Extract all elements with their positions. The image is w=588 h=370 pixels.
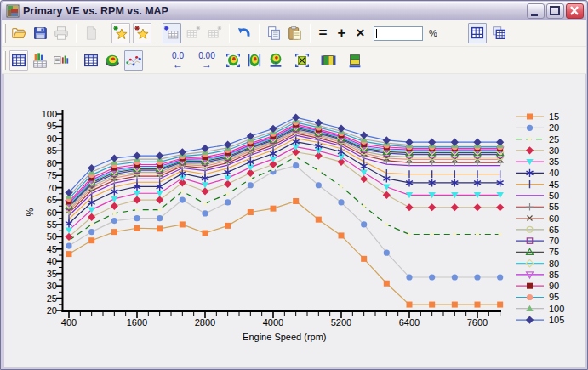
- legend-item-70: 70: [516, 236, 559, 246]
- save-button[interactable]: [31, 23, 49, 43]
- table-view-button[interactable]: [9, 50, 28, 71]
- new-page-button[interactable]: [82, 23, 100, 43]
- legend-item-100: 100: [516, 304, 564, 314]
- legend-item-20: 20: [516, 122, 559, 133]
- svg-text:90: 90: [549, 281, 559, 291]
- title-bar[interactable]: Primary VE vs. RPM vs. MAP: [2, 2, 586, 20]
- value-input[interactable]: [374, 26, 423, 41]
- blue-table-icon: [83, 51, 100, 70]
- ve-chart[interactable]: 4001600280040005200640076002025303540455…: [4, 74, 585, 367]
- svg-text:100: 100: [42, 109, 57, 119]
- equals-button[interactable]: =: [314, 25, 332, 42]
- table-delete-button[interactable]: [205, 23, 224, 43]
- mini-bars-view-button[interactable]: [52, 50, 71, 71]
- grid-detail-view-button[interactable]: [489, 23, 508, 43]
- svg-text:25: 25: [549, 134, 559, 145]
- grid-view2-icon: [490, 24, 507, 43]
- svg-text:75: 75: [47, 170, 57, 180]
- toolbar-separator: [76, 51, 77, 70]
- svg-text:15: 15: [549, 111, 559, 122]
- svg-text:40: 40: [47, 256, 57, 266]
- paste-button[interactable]: [286, 23, 305, 43]
- table-star2-icon: [206, 24, 223, 43]
- close-icon: [567, 4, 583, 18]
- undo-arrow-icon: [236, 24, 253, 43]
- map-underline-icon: [267, 51, 284, 70]
- svg-text:65: 65: [549, 225, 559, 235]
- svg-text:80: 80: [549, 259, 559, 269]
- grid-view-button[interactable]: [468, 23, 487, 43]
- table-add-icon: [163, 24, 180, 43]
- svg-text:400: 400: [61, 317, 77, 327]
- copy-button[interactable]: [265, 23, 283, 43]
- star-remove-icon: [134, 24, 151, 43]
- svg-text:20: 20: [47, 305, 57, 316]
- star-remove-button[interactable]: [133, 23, 151, 43]
- app-window: Primary VE vs. RPM vs. MAP =+×% 0.0←0.00…: [0, 0, 588, 370]
- legend-item-95: 95: [516, 292, 559, 302]
- main-toolbar: =+×%: [2, 20, 586, 47]
- mini-bars-icon: [53, 51, 70, 70]
- printer-icon: [53, 24, 70, 43]
- open-button[interactable]: [9, 23, 28, 43]
- toolbar-grip[interactable]: [3, 51, 6, 70]
- toolbar-grip[interactable]: [3, 24, 6, 43]
- surface-3d-view-button[interactable]: [103, 50, 122, 71]
- legend-item-60: 60: [516, 213, 559, 224]
- copy-pages-icon: [265, 24, 283, 43]
- maximize-button[interactable]: [546, 3, 564, 19]
- print-button[interactable]: [52, 23, 71, 43]
- svg-text:55: 55: [47, 219, 57, 230]
- map-view-button[interactable]: [245, 50, 264, 71]
- minimize-button[interactable]: [527, 3, 545, 19]
- window-title: Primary VE vs. RPM vs. MAP: [23, 5, 168, 17]
- svg-text:2800: 2800: [195, 317, 215, 327]
- svg-text:85: 85: [549, 270, 559, 280]
- scatter-plot-icon: [125, 51, 142, 70]
- nudge-up-button[interactable]: 0.00→: [196, 52, 218, 69]
- data-table-button[interactable]: [82, 50, 100, 71]
- surface-3d-icon: [104, 51, 121, 70]
- multiply-button[interactable]: ×: [351, 25, 369, 42]
- open-folder-icon: [10, 24, 27, 43]
- svg-text:60: 60: [47, 208, 57, 218]
- svg-text:50: 50: [47, 231, 57, 242]
- legend-item-40: 40: [516, 168, 559, 178]
- nudge-down-button[interactable]: 0.0←: [167, 52, 189, 69]
- map-brackets-icon: [225, 51, 242, 70]
- split-horizontal-button[interactable]: [319, 50, 338, 71]
- plus-button[interactable]: +: [333, 25, 351, 42]
- legend-item-45: 45: [516, 179, 559, 190]
- star-add-icon: [112, 24, 129, 43]
- toolbar-separator: [259, 24, 260, 43]
- star-add-button[interactable]: [111, 23, 130, 43]
- svg-text:75: 75: [549, 247, 559, 257]
- svg-text:35: 35: [549, 157, 559, 167]
- split-vertical-button[interactable]: [345, 50, 364, 71]
- undo-button[interactable]: [235, 23, 254, 43]
- toolbar-separator: [76, 24, 77, 43]
- app-icon: [6, 4, 20, 18]
- series-15: [66, 198, 504, 308]
- scatter-view-button[interactable]: [124, 50, 143, 71]
- svg-text:95: 95: [47, 121, 57, 131]
- save-floppy-icon: [31, 24, 49, 43]
- svg-text:5200: 5200: [331, 317, 351, 327]
- table-add-button[interactable]: [163, 23, 181, 43]
- close-button[interactable]: [566, 3, 584, 19]
- bar-table-view-button[interactable]: [31, 50, 49, 71]
- svg-text:45: 45: [47, 244, 57, 254]
- svg-text:95: 95: [549, 292, 559, 302]
- legend-item-15: 15: [516, 111, 559, 122]
- blank-page-icon: [83, 24, 100, 43]
- toolbar-separator: [157, 24, 157, 43]
- svg-text:35: 35: [47, 269, 57, 279]
- map-bottom-view-button[interactable]: [266, 50, 285, 71]
- chart-toolbar: 0.0←0.00→: [2, 47, 586, 74]
- svg-text:Engine Speed (rpm): Engine Speed (rpm): [243, 332, 326, 342]
- map-zoom-button[interactable]: [224, 50, 243, 71]
- bar-table-icon: [31, 51, 49, 70]
- chart-area: 4001600280040005200640076002025303540455…: [4, 74, 585, 367]
- table-edit-button[interactable]: [184, 23, 203, 43]
- selection-tool-button[interactable]: [293, 50, 311, 71]
